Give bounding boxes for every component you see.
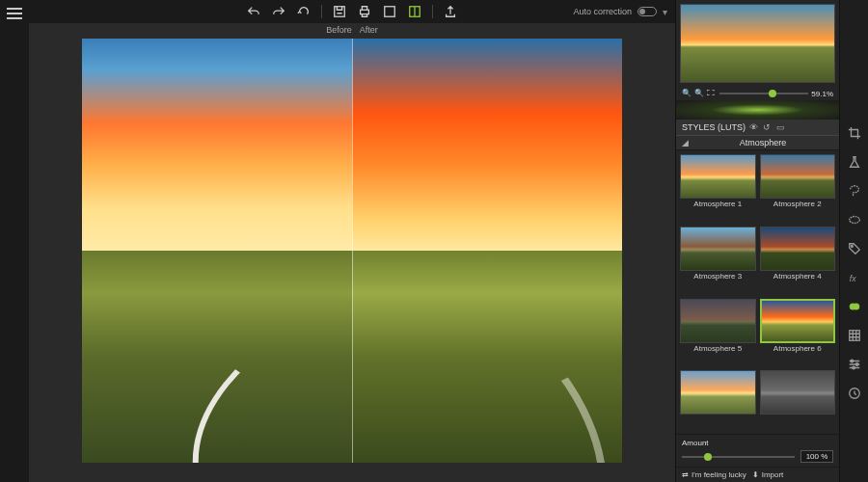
svg-rect-9 [849,331,859,341]
compare-icon[interactable]: ▭ [776,122,786,132]
amount-value[interactable]: 100 % [800,450,833,463]
single-view-icon[interactable] [382,4,397,19]
preset-label: Atmosphere 6 [760,344,836,353]
panel-title: STYLES (LUTS) [682,122,746,132]
preset-thumb [760,154,836,199]
fx-icon[interactable]: fx [847,270,862,285]
preset-label: Atmosphere 3 [680,272,756,281]
feeling-lucky-button[interactable]: ⇄ I'm feeling lucky [682,470,746,479]
reset-icon[interactable]: ↺ [763,122,773,132]
zoom-slider[interactable] [719,93,808,94]
auto-correction-toggle[interactable] [637,7,657,16]
svg-text:fx: fx [849,274,855,283]
tag-icon[interactable] [847,241,862,256]
preset-5[interactable]: Atmosphere 5 [680,299,756,367]
after-label: After [360,25,378,35]
import-button[interactable]: ⬇ Import [752,470,784,479]
crop-icon[interactable] [847,125,862,141]
grid-icon[interactable] [847,328,862,343]
preset-label: Atmosphere 1 [680,200,756,208]
top-toolbar: Auto correction ▾ [29,0,675,23]
navigator-preview[interactable] [680,4,835,83]
svg-rect-0 [335,7,345,17]
fit-icon[interactable]: ⛶ [707,89,717,98]
preset-label: Atmosphere 2 [760,200,836,208]
preset-thumb [760,299,836,343]
preset-3[interactable]: Atmosphere 3 [680,227,756,295]
split-divider[interactable] [352,39,353,463]
styles-panel: 🔍 🔍 ⛶ 59.1% STYLES (LUTS) 👁 ↺ ▭ ◢ Atmosp… [675,0,839,482]
eye-icon[interactable]: 👁 [749,122,759,132]
auto-correction-label: Auto correction [573,7,632,16]
redo-icon[interactable] [271,4,286,19]
shuffle-icon: ⇄ [682,470,689,479]
preset-8[interactable] [760,370,836,430]
amount-slider[interactable] [682,456,795,458]
ellipse-icon[interactable] [847,212,862,228]
flask-icon[interactable] [847,154,862,170]
share-icon[interactable] [443,4,458,19]
venn-icon[interactable] [847,299,862,314]
undo-icon[interactable] [246,4,261,19]
preset-thumb [680,154,756,199]
preset-grid: Atmosphere 1Atmosphere 2Atmosphere 3Atmo… [676,150,839,434]
rotate-icon[interactable] [296,4,312,19]
svg-point-11 [855,363,858,366]
svg-rect-2 [385,7,395,17]
before-label: Before [326,25,352,35]
history-icon[interactable] [847,386,862,401]
preset-thumb [760,370,836,415]
svg-point-10 [851,360,854,362]
zoom-in-icon[interactable]: 🔍 [694,89,704,98]
accent-band [676,100,839,120]
preset-thumb [680,370,756,415]
preset-thumb [680,299,756,343]
save-icon[interactable] [332,4,347,19]
preset-thumb [760,227,836,271]
zoom-out-icon[interactable]: 🔍 [682,89,692,98]
zoom-percent: 59.1% [811,90,833,98]
svg-rect-1 [361,10,369,13]
sliders-icon[interactable] [847,357,862,372]
preset-label: Atmosphere 5 [680,344,756,353]
preset-7[interactable] [680,370,756,430]
split-view-icon[interactable] [407,4,422,19]
preset-1[interactable]: Atmosphere 1 [680,154,756,223]
tool-rail: fx [839,0,868,482]
preset-4[interactable]: Atmosphere 4 [760,227,836,295]
collapse-icon[interactable]: ◢ [682,138,689,147]
image-canvas[interactable] [82,39,622,463]
preset-thumb [680,227,756,271]
preset-label: Atmosphere 4 [760,272,836,281]
svg-point-4 [849,217,859,224]
print-icon[interactable] [357,4,372,19]
section-name[interactable]: Atmosphere [692,138,833,147]
menu-button[interactable] [7,8,22,19]
import-icon: ⬇ [752,470,759,479]
svg-point-12 [852,366,854,369]
preset-2[interactable]: Atmosphere 2 [760,154,836,223]
svg-point-5 [851,246,853,248]
chevron-down-icon[interactable]: ▾ [663,7,667,17]
preset-6[interactable]: Atmosphere 6 [760,299,836,367]
lasso-icon[interactable] [847,183,862,199]
svg-point-8 [853,304,859,310]
amount-label: Amount [682,439,709,447]
